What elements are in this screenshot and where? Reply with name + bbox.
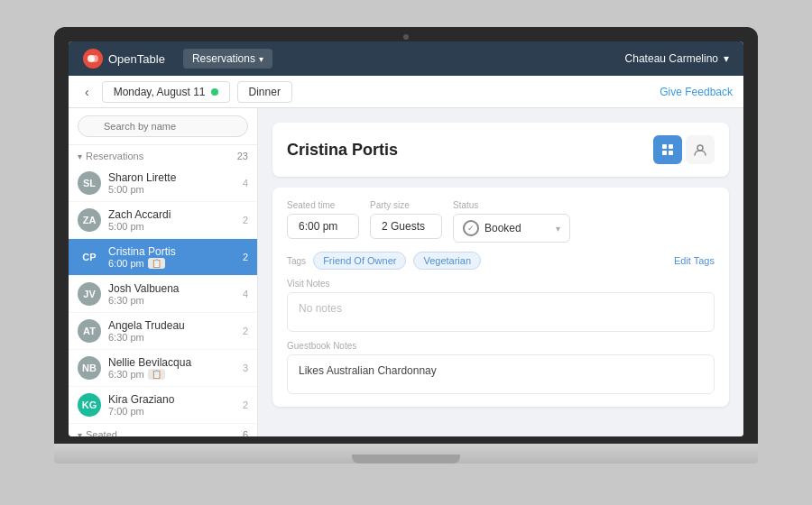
edit-tags-button[interactable]: Edit Tags [674,255,715,266]
res-name: Cristina Portis [108,245,235,258]
visit-notes-label: Visit Notes [287,279,715,289]
feedback-button[interactable]: Give Feedback [660,86,733,98]
list-item[interactable]: SL Sharon Lirette 5:00 pm 4 [69,165,257,202]
res-info: Zach Accardi 5:00 pm [108,208,235,232]
party-size-label: Party size [370,200,442,210]
search-box: 🔍 [69,108,257,145]
visit-notes-placeholder: No notes [299,302,342,315]
info-fields-row: Seated time 6:00 pm Party size 2 Guests … [287,200,715,243]
restaurant-dropdown-icon: ▾ [724,52,729,65]
restaurant-name-area: Chateau Carmelino ▾ [625,52,729,65]
res-info: Sharon Lirette 5:00 pm [108,171,235,195]
list-item[interactable]: AT Angela Trudeau 6:30 pm 2 [69,313,257,350]
svg-rect-3 [662,151,667,155]
search-input[interactable] [78,115,248,137]
guest-actions [653,135,715,164]
sidebar: 🔍 ▾ Reservations 23 SL Sharo [69,108,258,436]
tags-row-wrapper: Tags Friend Of Owner Vegetarian Edit Tag… [287,252,715,270]
res-name: Kira Graziano [108,393,235,406]
restaurant-name: Chateau Carmelino [625,52,718,65]
dropdown-label: Reservations [192,52,255,65]
res-name: Nellie Bevilacqua [108,356,235,369]
note-tag: 📋 [148,258,165,269]
guestbook-notes-label: Guestbook Notes [287,341,715,351]
list-item[interactable]: KG Kira Graziano 7:00 pm 2 [69,387,257,424]
party-size-value[interactable]: 2 Guests [370,214,442,239]
note-tag: 📋 [148,369,165,380]
detail-view-button[interactable] [653,135,682,164]
res-time: 5:00 pm [108,221,235,232]
guestbook-notes-value: Likes Australian Chardonnay [299,364,437,377]
list-item[interactable]: ZA Zach Accardi 5:00 pm 2 [69,202,257,239]
svg-rect-2 [662,144,667,149]
status-label: Status [453,200,570,210]
seated-section-header: ▾ Seated 6 [69,424,257,436]
guestbook-notes-section: Guestbook Notes Likes Australian Chardon… [287,341,715,394]
detail-panel: Cristina Portis [258,108,743,436]
date-text: Monday, August 11 [114,86,206,98]
list-item[interactable]: CP Cristina Portis 6:00 pm 📋 2 [69,239,257,276]
guestbook-notes-box[interactable]: Likes Australian Chardonnay [287,354,715,394]
svg-rect-5 [669,151,673,155]
tags-label: Tags [287,256,306,266]
res-time: 6:30 pm [108,295,235,306]
visit-notes-box[interactable]: No notes [287,292,715,332]
res-info: Nellie Bevilacqua 6:30 pm 📋 [108,356,235,380]
seated-time-value[interactable]: 6:00 pm [287,214,359,239]
res-time: 5:00 pm [108,184,235,195]
sub-nav: ‹ Monday, August 11 Dinner Give Feedback [69,76,743,108]
section-label-seated: Seated [86,429,239,436]
info-card: Seated time 6:00 pm Party size 2 Guests … [272,188,729,407]
avatar: KG [78,393,101,417]
logo-text: OpenTable [108,52,165,66]
res-count: 2 [243,252,248,262]
status-icon: ✓ [463,220,479,236]
res-count: 4 [243,289,248,299]
res-name: Angela Trudeau [108,319,235,332]
res-count: 3 [243,363,248,373]
service-text: Dinner [249,86,281,98]
status-value: Booked [484,222,521,234]
logo-area: OpenTable [83,49,165,69]
res-name: Josh Valbuena [108,282,235,295]
guest-header-card: Cristina Portis [272,123,729,177]
avatar: SL [78,171,101,195]
date-display[interactable]: Monday, August 11 [102,81,230,103]
logo-icon [83,49,103,69]
status-select[interactable]: ✓ Booked ▾ [453,214,570,243]
avatar: ZA [78,208,101,232]
res-name: Sharon Lirette [108,171,235,184]
prev-date-button[interactable]: ‹ [79,83,95,101]
status-field: Status ✓ Booked ▾ [453,200,570,243]
section-label-reservations: Reservations [86,151,234,161]
seated-count: 6 [243,429,248,436]
list-item[interactable]: JV Josh Valbuena 6:30 pm 4 [69,276,257,313]
res-count: 2 [243,215,248,225]
res-count: 2 [243,399,248,410]
res-time: 6:30 pm 📋 [108,369,235,380]
avatar: CP [78,245,101,269]
reservations-dropdown[interactable]: Reservations ▾ [183,49,272,69]
profile-view-button[interactable] [686,135,715,164]
list-item[interactable]: NB Nellie Bevilacqua 6:30 pm 📋 3 [69,350,257,387]
svg-point-6 [697,145,703,151]
avatar: NB [78,356,101,380]
avatar: JV [78,282,101,306]
seated-time-label: Seated time [287,200,359,210]
seated-time-field: Seated time 6:00 pm [287,200,359,243]
guest-name: Cristina Portis [287,141,398,160]
res-info: Kira Graziano 7:00 pm [108,393,235,417]
tag-chip-friend[interactable]: Friend Of Owner [313,252,406,270]
res-info: Cristina Portis 6:00 pm 📋 [108,245,235,269]
service-display[interactable]: Dinner [237,81,292,103]
res-time: 6:30 pm [108,332,235,343]
section-arrow-icon: ▾ [78,152,82,161]
active-dot [211,88,218,96]
tag-chip-vegetarian[interactable]: Vegetarian [413,252,481,270]
dropdown-arrow-icon: ▾ [259,54,263,64]
app-topbar: OpenTable Reservations ▾ Chateau Carmeli… [69,41,743,76]
reservations-section-header: ▾ Reservations 23 [69,145,257,165]
section-arrow-icon: ▾ [78,430,82,437]
res-name: Zach Accardi [108,208,235,221]
laptop-screen: OpenTable Reservations ▾ Chateau Carmeli… [69,41,743,436]
